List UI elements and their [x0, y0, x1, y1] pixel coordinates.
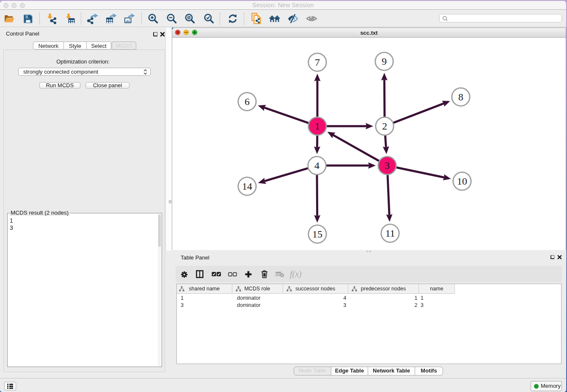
svg-text:8: 8: [458, 91, 463, 102]
svg-text:4: 4: [314, 160, 319, 171]
svg-text:11: 11: [385, 228, 395, 239]
svg-text:9: 9: [382, 56, 387, 67]
svg-text:3: 3: [385, 160, 390, 171]
svg-text:10: 10: [457, 176, 467, 187]
svg-text:7: 7: [315, 57, 320, 68]
svg-text:1: 1: [315, 121, 320, 132]
svg-text:14: 14: [242, 181, 252, 192]
svg-text:2: 2: [382, 121, 387, 132]
svg-text:15: 15: [312, 229, 322, 240]
svg-text:6: 6: [245, 96, 250, 107]
